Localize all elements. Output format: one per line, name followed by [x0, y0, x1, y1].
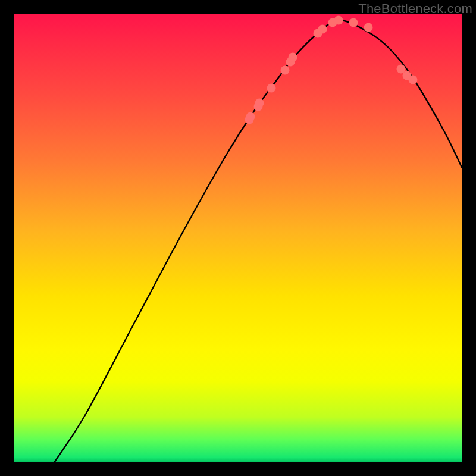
curve-marker [349, 18, 358, 27]
curve-marker [334, 16, 343, 25]
curve-path [55, 20, 462, 462]
curve-marker [289, 53, 298, 62]
curve-layer [14, 14, 462, 462]
curve-marker [246, 112, 255, 121]
curve-marker [281, 66, 290, 75]
curve-marker [255, 99, 264, 108]
plot-frame [14, 14, 462, 462]
curve-marker [267, 84, 276, 93]
curve-marker [318, 25, 327, 34]
curve-markers [245, 16, 418, 124]
curve-marker [409, 76, 418, 84]
curve-marker [364, 23, 373, 32]
